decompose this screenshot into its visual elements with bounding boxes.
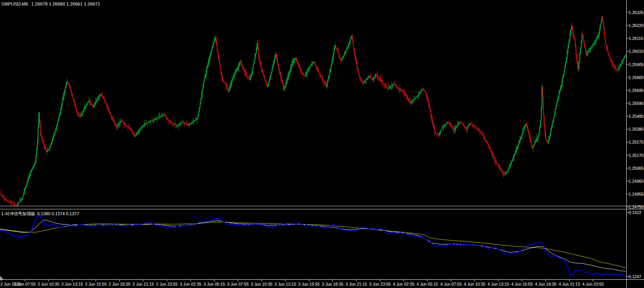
bear-candle-wicks	[0, 16, 617, 207]
candlestick-series	[0, 15, 626, 207]
line-hedge-signal-main	[0, 215, 626, 276]
mt4-chart-window: GBPUSD,M51.26678 1.26680 1.26661 1.26671…	[0, 0, 644, 288]
indicator-series	[0, 215, 626, 276]
line-hedge-signal-fast-ma	[0, 220, 626, 272]
bull-candle-bodies	[11, 17, 626, 206]
bull-candle-wicks	[11, 15, 626, 207]
chart-canvas[interactable]	[0, 0, 644, 288]
axis-grip-icon[interactable]	[0, 276, 4, 279]
bear-candle-bodies	[0, 17, 618, 206]
